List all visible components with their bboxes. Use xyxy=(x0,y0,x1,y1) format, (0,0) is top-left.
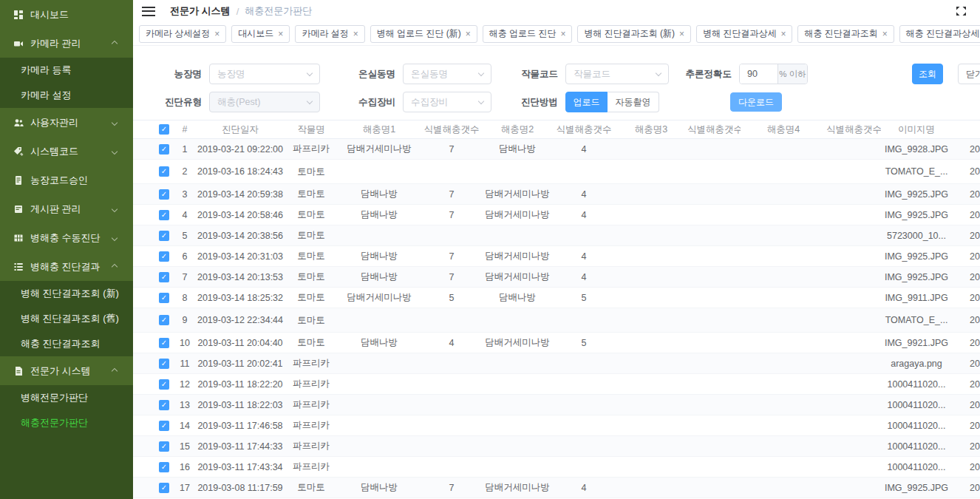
table-row: 15 2019-03-11 17:44:33 파프리카 1000411020..… xyxy=(133,436,980,457)
cell-row-number: 3 xyxy=(174,189,195,200)
row-checkbox[interactable] xyxy=(159,462,169,472)
cell-pest1-count: 4 xyxy=(421,338,482,348)
sidebar-item-camera-management[interactable]: 카메라 관리 xyxy=(0,29,133,58)
row-checkbox[interactable] xyxy=(159,144,169,155)
sidebar-item-disease-results-new[interactable]: 병해 진단결과조회 (新) xyxy=(0,281,133,306)
cell-image-name: 5723000_10... xyxy=(881,231,952,241)
cell-row-number: 4 xyxy=(174,210,195,220)
sidebar-item-farm-code-approval[interactable]: 농장코드승인 xyxy=(0,166,133,194)
cell-crop-name: 토마토 xyxy=(285,336,337,349)
device-select[interactable]: 수집장비 xyxy=(403,92,491,112)
cell-crop-name: 토마토 xyxy=(285,481,337,494)
tab[interactable]: 병해 업로드 진단 (新) xyxy=(370,25,477,43)
hamburger-menu-icon[interactable] xyxy=(142,7,155,16)
row-checkbox[interactable] xyxy=(159,272,169,282)
row-checkbox[interactable] xyxy=(159,189,169,200)
cell-diagnosis-date: 2019-03-11 17:46:58 xyxy=(195,421,285,431)
sidebar-item-camera-register[interactable]: 카메라 등록 xyxy=(0,58,133,83)
sidebar-item-disease-expert[interactable]: 병해전문가판단 xyxy=(0,385,133,410)
sidebar-item-label: 전문가 시스템 xyxy=(30,364,91,378)
tab-close-icon[interactable] xyxy=(214,30,220,38)
chevron-up-icon xyxy=(112,367,118,373)
sidebar-item-pest-results[interactable]: 해충 진단결과조회 xyxy=(0,331,133,356)
tab[interactable]: 병해 진단결과상세 xyxy=(696,25,792,43)
diagnosis-type-select[interactable]: 해충(Pest) xyxy=(209,92,320,112)
tab-close-icon[interactable] xyxy=(882,30,888,38)
tab[interactable]: 카메라 상세설정 xyxy=(139,25,226,43)
row-checkbox[interactable] xyxy=(159,231,169,241)
method-upload-button[interactable]: 업로드 xyxy=(565,92,608,112)
sidebar-item-camera-settings[interactable]: 카메라 설정 xyxy=(0,83,133,108)
sidebar-item-pest-expert[interactable]: 해충전문가판단 xyxy=(0,410,133,435)
method-autocapture-button[interactable]: 자동촬영 xyxy=(608,92,659,112)
tab-label: 병해 진단결과조회 (新) xyxy=(584,27,675,40)
close-button[interactable]: 닫기 xyxy=(958,64,980,84)
sidebar-item-expert-system[interactable]: 전문가 시스템 xyxy=(0,356,133,385)
tab-label: 해충 진단결과조회 xyxy=(804,27,877,40)
sidebar-item-disease-results-old[interactable]: 병해 진단결과조회 (舊) xyxy=(0,306,133,331)
tab[interactable]: 카메라 설정 xyxy=(295,25,364,43)
tab-close-icon[interactable] xyxy=(679,30,684,38)
search-button[interactable]: 조회 xyxy=(912,64,943,84)
download-button[interactable]: 다운로드 xyxy=(730,92,782,112)
row-checkbox[interactable] xyxy=(159,421,169,431)
row-checkbox[interactable] xyxy=(159,210,169,220)
cell-reg-date-clipped: 2019 xyxy=(952,166,980,177)
cell-crop-name: 토마토 xyxy=(285,166,337,178)
crop-code-select[interactable]: 작물코드 xyxy=(565,64,669,84)
row-checkbox[interactable] xyxy=(159,379,169,390)
fullscreen-icon[interactable] xyxy=(956,6,967,16)
sidebar-item-board-management[interactable]: 게시판 관리 xyxy=(0,194,133,223)
tab-close-icon[interactable] xyxy=(278,30,283,38)
cell-diagnosis-date: 2019-03-11 20:04:40 xyxy=(195,338,285,348)
cell-image-name: aragaya.png xyxy=(881,359,952,369)
row-checkbox[interactable] xyxy=(159,441,169,452)
table-header-row: # 진단일자 작물명 해충명1 식별해충갯수 해충명2 식별해충갯수 해충명3 … xyxy=(133,120,980,139)
tab[interactable]: 병해 진단결과조회 (新) xyxy=(577,25,691,43)
row-checkbox[interactable] xyxy=(159,338,169,348)
tab[interactable]: 해충 진단결과상세 xyxy=(899,25,980,43)
accuracy-input[interactable] xyxy=(740,64,777,84)
cell-crop-name: 토마토 xyxy=(285,271,337,283)
cell-pest1-count: 7 xyxy=(421,251,482,262)
sidebar-item-manual-diagnosis[interactable]: 병해충 수동진단 xyxy=(0,223,133,252)
sidebar-item-user-management[interactable]: 사용자관리 xyxy=(0,108,133,137)
tab[interactable]: 해충 진단결과조회 xyxy=(797,25,894,43)
chevron-down-icon xyxy=(112,148,118,154)
select-all-checkbox[interactable] xyxy=(159,124,169,135)
sidebar-item-diagnosis-results[interactable]: 병해충 진단결과 xyxy=(0,252,133,281)
row-checkbox[interactable] xyxy=(159,293,169,303)
breadcrumb-parent[interactable]: 전문가 시스템 xyxy=(170,4,231,18)
cell-row-number: 15 xyxy=(174,441,195,452)
tab[interactable]: 해충 업로드 진단 xyxy=(483,25,573,43)
sidebar-item-system-code[interactable]: 시스템코드 xyxy=(0,137,133,166)
file-icon xyxy=(13,366,24,376)
tab-close-icon[interactable] xyxy=(466,30,471,38)
sidebar-item-dashboard[interactable]: 대시보드 xyxy=(0,0,133,29)
row-checkbox[interactable] xyxy=(159,166,169,177)
cell-image-name: IMG_9925.JPG xyxy=(881,189,952,200)
greenhouse-select[interactable]: 온실동명 xyxy=(403,64,491,84)
tab-close-icon[interactable] xyxy=(780,30,786,38)
cell-crop-name: 토마토 xyxy=(285,229,337,242)
cell-image-name: IMG_9925.JPG xyxy=(881,483,952,493)
cell-reg-date-clipped: 2019 xyxy=(952,315,980,325)
table-row: 1 2019-03-21 09:22:00 파프리카 담배거세미나방 7 담배나… xyxy=(133,139,980,160)
tab-label: 대시보드 xyxy=(238,27,273,40)
row-checkbox[interactable] xyxy=(159,400,169,410)
tab-close-icon[interactable] xyxy=(560,30,565,38)
farm-name-select[interactable]: 농장명 xyxy=(209,64,320,84)
tab-close-icon[interactable] xyxy=(353,30,358,38)
results-table: # 진단일자 작물명 해충명1 식별해충갯수 해충명2 식별해충갯수 해충명3 … xyxy=(133,120,980,498)
device-label: 수집장비 xyxy=(344,96,395,109)
row-checkbox[interactable] xyxy=(159,483,169,493)
cell-reg-date-clipped: 2019 xyxy=(952,400,980,410)
cell-crop-name: 파프리카 xyxy=(285,378,337,390)
row-checkbox[interactable] xyxy=(159,251,169,262)
cell-pest1-count: 7 xyxy=(421,144,482,155)
tab[interactable]: 대시보드 xyxy=(231,25,290,43)
row-checkbox[interactable] xyxy=(159,315,169,325)
cell-pest2-count: 4 xyxy=(553,144,615,155)
row-checkbox[interactable] xyxy=(159,359,169,369)
cell-image-name: IMG_9928.JPG xyxy=(881,144,952,155)
